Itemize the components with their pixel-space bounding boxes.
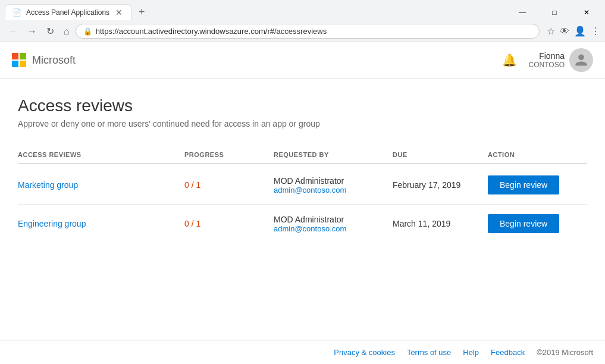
address-bar[interactable]: 🔒 https://account.activedirectory.window… (76, 24, 540, 39)
row-1-action: Begin review (488, 175, 587, 194)
marketing-group-link[interactable]: Marketing group (18, 180, 78, 190)
close-button[interactable]: ✕ (573, 4, 600, 21)
window-controls: — □ ✕ (509, 4, 600, 21)
maximize-button[interactable]: □ (541, 4, 568, 21)
ms-sq-blue (12, 61, 18, 67)
ms-sq-green (20, 53, 26, 59)
app-content: Microsoft 🔔 Fionna CONTOSO Access review… (0, 42, 605, 364)
row-1-requester-email: admin@contoso.com (274, 186, 393, 194)
row-2-requester-info: MOD Administrator admin@contoso.com (274, 215, 393, 233)
copyright: ©2019 Microsoft (537, 348, 593, 357)
lock-icon: 🔒 (83, 27, 92, 36)
avatar[interactable] (569, 48, 593, 72)
home-button[interactable]: ⌂ (60, 24, 73, 39)
new-tab-button[interactable]: + (134, 4, 150, 21)
url-display: https://account.activedirectory.windowsa… (96, 27, 532, 36)
row-1-requester-name: MOD Administrator (274, 176, 393, 186)
ms-sq-yellow (20, 61, 26, 67)
terms-of-use-link[interactable]: Terms of use (407, 348, 451, 357)
table-row: Marketing group 0 / 1 MOD Administrator … (18, 166, 587, 205)
row-1-requester: MOD Administrator admin@contoso.com (274, 176, 393, 194)
row-2-due: March 11, 2019 (393, 218, 488, 229)
browser-tab[interactable]: 📄 Access Panel Applications ✕ (5, 4, 131, 20)
notification-bell[interactable]: 🔔 (502, 53, 517, 67)
header-due: DUE (393, 151, 488, 158)
refresh-button[interactable]: ↻ (43, 23, 58, 39)
feedback-link[interactable]: Feedback (491, 348, 525, 357)
extensions-icon[interactable]: 👁 (560, 26, 569, 37)
header-requested-by: REQUESTED BY (274, 151, 393, 158)
minimize-button[interactable]: — (509, 4, 536, 21)
privacy-cookies-link[interactable]: Privacy & cookies (334, 348, 395, 357)
avatar-icon (574, 53, 588, 67)
row-2-due-date: March 11, 2019 (393, 219, 450, 228)
header-progress: PROGRESS (184, 151, 274, 158)
forward-button[interactable]: → (24, 24, 40, 39)
user-info: Fionna CONTOSO (529, 51, 565, 69)
table-header: ACCESS REVIEWS PROGRESS REQUESTED BY DUE… (18, 146, 587, 164)
user-name: Fionna (529, 51, 565, 61)
row-1-progress: 0 / 1 (184, 180, 274, 190)
ms-name: Microsoft (32, 54, 76, 67)
begin-review-button-2[interactable]: Begin review (488, 214, 559, 233)
user-org: CONTOSO (529, 61, 565, 69)
row-2-action: Begin review (488, 214, 587, 233)
row-2-progress: 0 / 1 (184, 218, 274, 229)
profile-icon[interactable]: 👤 (574, 26, 586, 37)
app-header: Microsoft 🔔 Fionna CONTOSO (0, 42, 605, 79)
tab-page-icon: 📄 (12, 8, 21, 17)
row-1-progress-value: 0 / 1 (184, 180, 200, 190)
menu-icon[interactable]: ⋮ (591, 26, 600, 37)
tab-title: Access Panel Applications (26, 8, 109, 17)
tab-close-button[interactable]: ✕ (114, 8, 124, 17)
row-1-requester-info: MOD Administrator admin@contoso.com (274, 176, 393, 194)
toolbar-icons: ☆ 👁 👤 ⋮ (547, 26, 600, 37)
header-name: ACCESS REVIEWS (18, 151, 184, 158)
row-1-name: Marketing group (18, 180, 184, 190)
main-content: Access reviews Approve or deny one or mo… (0, 79, 605, 340)
row-2-requester: MOD Administrator admin@contoso.com (274, 215, 393, 233)
microsoft-logo: Microsoft (12, 53, 76, 67)
ms-sq-red (12, 53, 18, 59)
footer: Privacy & cookies Terms of use Help Feed… (0, 340, 605, 364)
ms-squares (12, 53, 26, 67)
table-row: Engineering group 0 / 1 MOD Administrato… (18, 205, 587, 243)
row-1-due-date: February 17, 2019 (393, 180, 460, 190)
browser-controls: ← → ↻ ⌂ 🔒 https://account.activedirector… (0, 21, 605, 42)
row-2-requester-email: admin@contoso.com (274, 224, 393, 233)
user-profile[interactable]: Fionna CONTOSO (529, 48, 593, 72)
back-button[interactable]: ← (5, 24, 21, 39)
bookmark-icon[interactable]: ☆ (547, 26, 555, 37)
help-link[interactable]: Help (463, 348, 479, 357)
engineering-group-link[interactable]: Engineering group (18, 219, 86, 228)
begin-review-button-1[interactable]: Begin review (488, 175, 559, 194)
page-subtitle: Approve or deny one or more users' conti… (18, 119, 587, 128)
browser-chrome: 📄 Access Panel Applications ✕ + — □ ✕ ← … (0, 0, 605, 42)
browser-titlebar: 📄 Access Panel Applications ✕ + — □ ✕ (0, 0, 605, 21)
header-action: ACTION (488, 151, 587, 158)
row-1-due: February 17, 2019 (393, 180, 488, 190)
row-2-name: Engineering group (18, 218, 184, 229)
row-2-requester-name: MOD Administrator (274, 215, 393, 224)
page-title: Access reviews (18, 96, 587, 115)
row-2-progress-value: 0 / 1 (184, 219, 200, 228)
